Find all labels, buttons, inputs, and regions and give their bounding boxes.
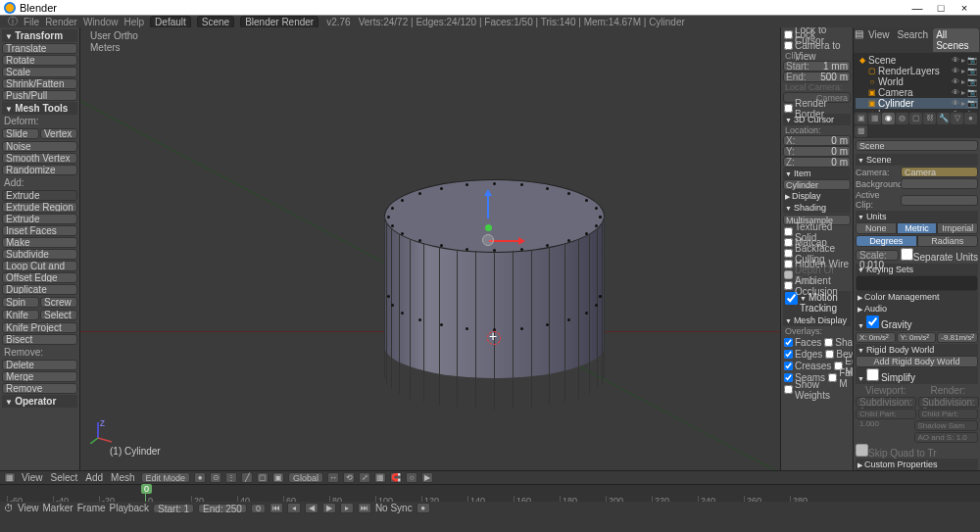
edges-checkbox[interactable] <box>784 350 793 359</box>
cursor-z-field[interactable]: Z:0 m <box>783 157 851 168</box>
extrude-individual-button[interactable]: Extrude Individual <box>2 214 77 224</box>
units-imperial-button[interactable]: Imperial <box>937 222 978 234</box>
custom-props-header[interactable]: Custom Properties <box>856 459 978 470</box>
cursor-y-field[interactable]: Y:0 m <box>783 146 851 157</box>
jump-start-icon[interactable]: ⏮ <box>270 503 283 513</box>
gravity-z-field[interactable]: -9.81m/s² <box>937 332 978 343</box>
mesh-display-header[interactable]: Mesh Display <box>783 314 851 326</box>
outliner-item[interactable]: ○World👁 ▸ 📷 <box>856 76 978 87</box>
transform-header[interactable]: Transform <box>2 29 77 42</box>
timeline-view-menu[interactable]: View <box>18 503 39 513</box>
modifiers-tab[interactable]: 🔧 <box>937 113 950 124</box>
x-axis-arrow[interactable] <box>489 240 523 242</box>
outliner-item[interactable]: ◆Scene👁 ▸ 📷 <box>856 55 978 66</box>
editor-type-icon[interactable]: ⓘ <box>8 15 18 28</box>
keying-sets-header[interactable]: Keying Sets <box>856 264 978 275</box>
add-menu[interactable]: Add <box>83 472 105 483</box>
sharp-checkbox[interactable] <box>824 338 833 347</box>
manipulator-center[interactable] <box>482 234 494 246</box>
extrude-button[interactable]: Extrude <box>2 190 77 201</box>
maximize-button[interactable]: □ <box>929 2 953 14</box>
edge-slide-button[interactable]: Slide Ed <box>2 128 39 139</box>
mode-dropdown[interactable]: Edit Mode <box>141 472 191 483</box>
display-header[interactable]: Display <box>783 190 851 202</box>
timeline-cursor[interactable] <box>145 485 146 502</box>
merge-button[interactable]: Merge <box>2 371 77 382</box>
end-frame-field[interactable]: End: 250 <box>198 504 247 513</box>
scale-button[interactable]: Scale <box>2 67 77 77</box>
lock-camera-checkbox[interactable] <box>784 41 793 50</box>
randomize-button[interactable]: Randomize <box>2 165 77 175</box>
outliner[interactable]: ◆Scene👁 ▸ 📷▢RenderLayers👁 ▸ 📷○World👁 ▸ 📷… <box>854 53 980 112</box>
menu-window[interactable]: Window <box>83 17 119 27</box>
screen-layout-field[interactable]: Default <box>150 16 191 28</box>
clip-end-field[interactable]: End:500 m <box>783 72 851 82</box>
sync-dropdown[interactable]: No Sync <box>375 503 413 513</box>
cursor-x-field[interactable]: X:0 m <box>783 135 851 146</box>
matcap-checkbox[interactable] <box>784 238 793 247</box>
translate-button[interactable]: Translate <box>2 43 77 54</box>
backface-checkbox[interactable] <box>784 249 793 258</box>
creases-checkbox[interactable] <box>784 362 793 370</box>
constraints-tab[interactable]: ⛓ <box>923 113 936 124</box>
auto-keyframe-icon[interactable]: ● <box>416 503 430 513</box>
edge-select-icon[interactable]: ╱ <box>241 472 253 483</box>
viewport-shading-dropdown[interactable]: ● <box>194 472 206 483</box>
z-axis-arrow[interactable] <box>487 191 489 218</box>
degrees-button[interactable]: Degrees <box>856 235 917 247</box>
data-tab[interactable]: ▽ <box>951 113 963 124</box>
keyframe-next-icon[interactable]: ▸ <box>340 503 354 513</box>
background-field[interactable] <box>901 178 978 189</box>
inset-faces-button[interactable]: Inset Faces <box>2 225 77 236</box>
operator-header[interactable]: Operator <box>2 395 77 408</box>
minimize-button[interactable]: — <box>906 2 929 14</box>
bisect-button[interactable]: Bisect <box>2 334 77 345</box>
simplify-header[interactable]: Simplify <box>856 367 978 384</box>
close-button[interactable]: × <box>953 2 976 14</box>
faces-checkbox[interactable] <box>784 338 793 347</box>
audio-header[interactable]: Audio <box>856 303 978 314</box>
current-frame-field[interactable]: 0 <box>251 504 266 513</box>
item-header[interactable]: Item <box>783 168 851 179</box>
mesh-menu[interactable]: Mesh <box>109 472 136 483</box>
manipulator-scale-icon[interactable]: ⤢ <box>359 472 370 483</box>
scene-field[interactable]: Scene <box>197 16 234 28</box>
units-none-button[interactable]: None <box>856 222 897 234</box>
bevel-checkbox[interactable] <box>825 350 834 359</box>
smooth-vertex-button[interactable]: Smooth Vertex <box>2 153 77 164</box>
limit-selection-icon[interactable]: ▣ <box>272 472 284 483</box>
clip-start-field[interactable]: Start:1 mm <box>783 61 851 72</box>
offset-edge-slide-button[interactable]: Offset Edge Slide <box>2 272 77 283</box>
textured-solid-checkbox[interactable] <box>784 227 793 236</box>
push-pull-button[interactable]: Push/Pull <box>2 90 77 101</box>
ao-checkbox[interactable] <box>784 281 793 290</box>
duplicate-button[interactable]: Duplicate <box>2 284 77 295</box>
vertex-slide-button[interactable]: Vertex <box>40 128 77 139</box>
item-name-field[interactable]: Cylinder <box>783 179 851 190</box>
gravity-x-field[interactable]: X: 0m/s² <box>856 332 896 343</box>
show-weights-checkbox[interactable] <box>784 385 793 394</box>
object-tab[interactable]: ▢ <box>909 113 922 124</box>
camera-field[interactable]: Camera <box>901 167 978 177</box>
unit-scale-field[interactable]: Scale:0.010 <box>856 250 899 261</box>
manipulator-rotate-icon[interactable]: ⟲ <box>343 472 355 483</box>
material-tab[interactable]: ● <box>964 113 977 124</box>
scene-context-field[interactable]: Scene <box>856 140 978 151</box>
active-clip-field[interactable] <box>901 195 978 206</box>
play-reverse-icon[interactable]: ◀ <box>305 503 318 513</box>
engine-dropdown[interactable]: Blender Render <box>240 16 318 28</box>
outliner-search-menu[interactable]: Search <box>895 28 932 52</box>
render-layers-tab[interactable]: ▦ <box>868 113 881 124</box>
add-rigid-body-button[interactable]: Add Rigid Body World <box>856 356 978 367</box>
layers-icon[interactable]: ▦ <box>374 472 386 483</box>
outliner-view-menu[interactable]: View <box>865 28 893 52</box>
loop-cut-button[interactable]: Loop Cut and Slide <box>2 261 77 271</box>
shrink-fatten-button[interactable]: Shrink/Fatten <box>2 78 77 89</box>
units-panel-header[interactable]: Units <box>856 211 978 222</box>
outliner-filter-dropdown[interactable]: All Scenes <box>933 28 979 52</box>
knife-select-button[interactable]: Select <box>40 310 77 320</box>
texture-tab[interactable]: ▩ <box>855 125 867 137</box>
snap-icon[interactable]: 🧲 <box>390 472 402 483</box>
keying-set-list[interactable] <box>856 275 978 291</box>
scene-panel-header[interactable]: Scene <box>856 154 978 166</box>
